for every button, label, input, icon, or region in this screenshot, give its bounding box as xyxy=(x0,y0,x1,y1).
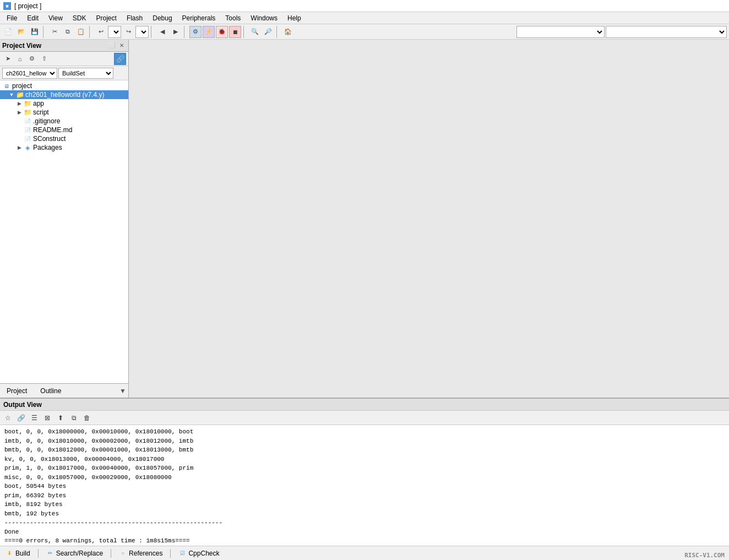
menu-item-peripherals[interactable]: Peripherals xyxy=(178,13,220,23)
output-header: Output View xyxy=(0,399,729,411)
tab-project[interactable]: Project xyxy=(2,386,31,396)
tree-item-sconstruct[interactable]: 📄 SConstruct xyxy=(0,134,128,143)
menu-item-sdk[interactable]: SDK xyxy=(68,13,91,23)
file-icon-sconstruct: 📄 xyxy=(23,135,32,143)
tree-label-sconstruct: SConstruct xyxy=(33,135,66,143)
output-line: ----------------------------------------… xyxy=(4,518,725,528)
file-icon-readme: 📄 xyxy=(23,126,32,134)
tree-item-packages[interactable]: ▶ ◈ Packages xyxy=(0,143,128,152)
tb-flash[interactable]: ⚡ xyxy=(203,26,215,38)
editor-scope-dropdown[interactable] xyxy=(516,26,605,38)
cppcheck-check-icon: ☑ xyxy=(178,550,186,557)
tree-item-ch2601[interactable]: ▼ 📁 ch2601_helloworld (v7.4.y) xyxy=(0,90,128,99)
bottom-tab-chevron[interactable]: ▼ xyxy=(119,387,126,395)
tb-sep5 xyxy=(243,26,247,38)
tb-sep3 xyxy=(151,26,154,38)
tree-label-project-root: project xyxy=(12,82,32,90)
output-line: prim, 66392 bytes xyxy=(4,491,725,501)
output-line: imtb, 0, 0, 0x18010000, 0x00002000, 0x18… xyxy=(4,437,725,446)
tab-outline[interactable]: Outline xyxy=(36,386,66,396)
tree-label-script: script xyxy=(33,108,49,116)
project-tree: 🖥 project ▼ 📁 ch2601_helloworld (v7.4.y)… xyxy=(0,80,128,383)
tree-item-gitignore[interactable]: 📄 .gitignore xyxy=(0,117,128,126)
tb-cut[interactable]: ✂ xyxy=(48,26,61,38)
menu-item-tools[interactable]: Tools xyxy=(221,13,245,23)
editor-func-dropdown[interactable] xyxy=(606,26,727,38)
tb-build[interactable]: ⚙ xyxy=(189,26,202,38)
tree-label-ch2601: ch2601_helloworld (v7.4.y) xyxy=(25,91,104,99)
output-line: bmtb, 192 bytes xyxy=(4,509,725,519)
btab-sep2 xyxy=(111,549,111,558)
tree-label-gitignore: .gitignore xyxy=(33,117,60,125)
left-bottom-tabs: Project Outline ▼ xyxy=(0,383,128,398)
out-btn-star[interactable]: ☆ xyxy=(2,412,13,423)
pv-navigate-icon[interactable]: ➤ xyxy=(2,53,13,64)
menu-item-debug[interactable]: Debug xyxy=(148,13,176,23)
left-panel: Project View ⬜ ✕ ➤ ⌂ ⚙ ⇧ 🔗 ch2601_hellow… xyxy=(0,40,129,398)
pv-up-icon[interactable]: ⇧ xyxy=(39,53,50,64)
tree-item-script[interactable]: ▶ 📁 script xyxy=(0,108,128,117)
tb-fwd[interactable]: ▶ xyxy=(170,26,182,38)
pv-home-icon[interactable]: ⌂ xyxy=(14,53,25,64)
tb-open[interactable]: 📂 xyxy=(15,26,28,38)
out-btn-clear[interactable]: 🗑 xyxy=(81,412,93,423)
app-icon: ■ xyxy=(3,2,11,10)
maximize-icon[interactable]: ⬜ xyxy=(107,41,116,50)
tb-debug[interactable]: 🐞 xyxy=(216,26,228,38)
btab-cppcheck-label: CppCheck xyxy=(188,550,219,557)
tb-undo[interactable]: ↩ xyxy=(95,26,107,38)
tb-save[interactable]: 💾 xyxy=(29,26,41,38)
tb-stop[interactable]: ⏹ xyxy=(229,26,241,38)
tb-redo[interactable]: ↪ xyxy=(122,26,134,38)
packages-icon: ◈ xyxy=(23,144,32,151)
pv-link-button[interactable]: 🔗 xyxy=(114,53,126,65)
menu-item-edit[interactable]: Edit xyxy=(23,13,43,23)
project-selector[interactable]: ch2601_hellow xyxy=(2,68,57,79)
tb-home[interactable]: 🏠 xyxy=(282,26,294,38)
tree-arrow-ch2601[interactable]: ▼ xyxy=(8,92,15,97)
tb-back[interactable]: ◀ xyxy=(156,26,168,38)
btab-sep3 xyxy=(170,549,171,558)
menu-item-project[interactable]: Project xyxy=(92,13,121,23)
btab-search[interactable]: ✏ Search/Replace xyxy=(43,548,106,558)
tree-item-app[interactable]: ▶ 📁 app xyxy=(0,99,128,108)
tb-new[interactable]: 📄 xyxy=(2,26,14,38)
menu-item-flash[interactable]: Flash xyxy=(122,13,147,23)
tree-item-readme[interactable]: 📄 README.md xyxy=(0,126,128,134)
tb-redo-dropdown[interactable] xyxy=(135,26,149,38)
out-btn-copy[interactable]: ⧉ xyxy=(68,412,79,423)
tree-arrow-script[interactable]: ▶ xyxy=(15,110,23,115)
menu-item-view[interactable]: View xyxy=(44,13,67,23)
tree-arrow-packages[interactable]: ▶ xyxy=(15,145,23,150)
tree-item-project-root[interactable]: 🖥 project xyxy=(0,81,128,90)
btab-references[interactable]: ○ References xyxy=(116,548,166,558)
btab-cppcheck[interactable]: ☑ CppCheck xyxy=(175,548,222,558)
bottom-tab-bar: ⬇ Build ✏ Search/Replace ○ References ☑ … xyxy=(0,546,729,560)
tree-label-readme: README.md xyxy=(33,126,72,134)
output-line: kv, 0, 0, 0x18013000, 0x00004000, 0x1801… xyxy=(4,455,725,464)
tb-copy[interactable]: ⧉ xyxy=(62,26,74,38)
tb-paste[interactable]: 📋 xyxy=(75,26,87,38)
output-line: boot, 0, 0, 0x18000000, 0x00010000, 0x18… xyxy=(4,427,725,437)
btab-build[interactable]: ⬇ Build xyxy=(2,548,34,558)
tb-undo-dropdown[interactable] xyxy=(108,26,121,38)
out-btn-export[interactable]: ⬆ xyxy=(55,412,66,423)
pv-settings-icon[interactable]: ⚙ xyxy=(26,53,37,64)
menu-item-help[interactable]: Help xyxy=(283,13,306,23)
project-view-header: Project View ⬜ ✕ xyxy=(0,40,128,52)
tree-arrow-app[interactable]: ▶ xyxy=(15,101,23,106)
output-section: Output View ☆ 🔗 ☰ ⊠ ⬆ ⧉ 🗑 boot, 0, 0, 0x… xyxy=(0,398,729,560)
out-btn-filter[interactable]: ☰ xyxy=(29,412,40,423)
btab-sep1 xyxy=(38,549,39,558)
tb-zoom-out[interactable]: 🔎 xyxy=(262,26,274,38)
folder-icon-app: 📁 xyxy=(23,100,32,107)
output-line: imtb, 8192 bytes xyxy=(4,500,725,509)
buildset-selector[interactable]: BuildSet xyxy=(58,68,113,79)
tb-sep2 xyxy=(89,26,93,38)
out-btn-link[interactable]: 🔗 xyxy=(15,412,26,423)
out-btn-stop[interactable]: ⊠ xyxy=(42,412,53,423)
menu-item-windows[interactable]: Windows xyxy=(246,13,282,23)
menu-item-file[interactable]: File xyxy=(2,13,21,23)
tb-zoom-in[interactable]: 🔍 xyxy=(249,26,261,38)
close-panel-icon[interactable]: ✕ xyxy=(117,41,126,50)
